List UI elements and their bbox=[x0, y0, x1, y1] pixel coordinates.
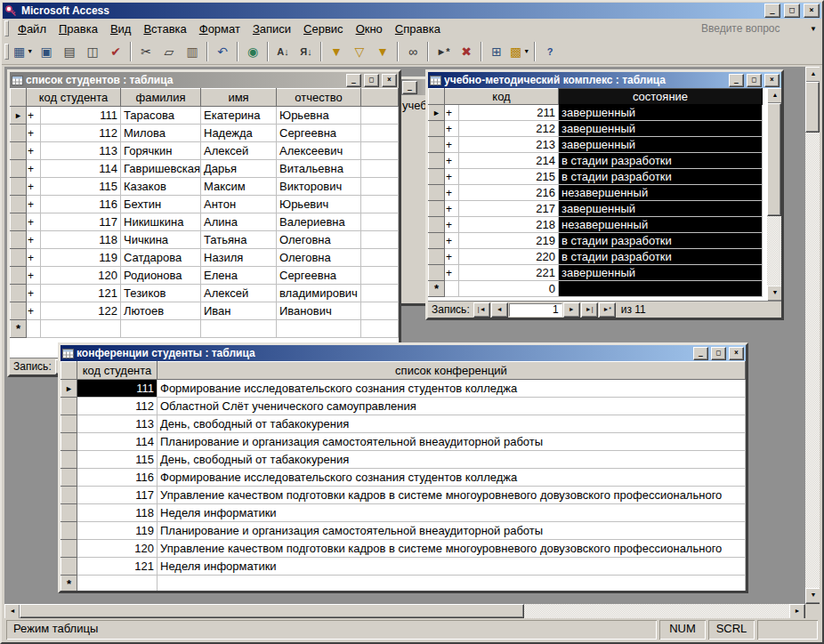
cell[interactable]: завершенный bbox=[559, 265, 763, 281]
spelling-button[interactable]: ✔ bbox=[104, 40, 127, 63]
apply-filter-button[interactable]: ▼ bbox=[371, 40, 394, 63]
cell[interactable]: в стадии разработки bbox=[559, 233, 763, 249]
cell[interactable]: Сергеевна bbox=[277, 125, 361, 142]
cell[interactable]: незавершенный bbox=[559, 185, 763, 201]
cell[interactable]: 119 bbox=[41, 249, 121, 267]
cell[interactable]: 0 bbox=[459, 281, 559, 297]
expand-toggle[interactable]: + bbox=[27, 249, 41, 267]
minimize-button[interactable]: _ bbox=[346, 74, 361, 87]
cell[interactable]: 220 bbox=[459, 249, 559, 265]
cell[interactable]: 216 bbox=[459, 185, 559, 201]
cell[interactable]: Иван bbox=[201, 302, 277, 320]
umk-vertical-scrollbar[interactable]: ▲ ▼ bbox=[767, 88, 781, 302]
row-selector[interactable] bbox=[429, 217, 445, 233]
expand-toggle[interactable]: + bbox=[445, 185, 459, 201]
cell[interactable]: Антон bbox=[201, 196, 277, 213]
cell[interactable]: 218 bbox=[459, 217, 559, 233]
expand-toggle[interactable]: + bbox=[27, 125, 41, 142]
cut-button[interactable]: ✂ bbox=[134, 40, 158, 63]
window-titlebar[interactable]: конференции студенты : таблица _ □ × bbox=[61, 345, 746, 361]
cell[interactable]: Максим bbox=[201, 178, 277, 196]
row-selector[interactable] bbox=[429, 185, 445, 201]
cell[interactable]: Никишкина bbox=[121, 213, 201, 231]
menu-item-7[interactable]: Окно bbox=[350, 20, 389, 37]
new-row-selector[interactable]: * bbox=[61, 576, 77, 592]
cell[interactable]: в стадии разработки bbox=[559, 169, 763, 185]
select-all-corner[interactable] bbox=[429, 89, 445, 105]
menu-item-5[interactable]: Записи bbox=[246, 20, 297, 37]
minimize-button[interactable]: _ bbox=[693, 347, 708, 360]
maximize-button[interactable]: □ bbox=[364, 74, 379, 87]
row-selector[interactable] bbox=[11, 142, 27, 160]
previous-record-button[interactable]: ◄ bbox=[491, 302, 508, 318]
scrollbar-thumb[interactable] bbox=[767, 103, 781, 216]
cell[interactable]: 214 bbox=[459, 153, 559, 169]
cell[interactable]: Милова bbox=[121, 125, 201, 142]
new-row-selector[interactable]: * bbox=[11, 320, 27, 338]
scrollbar-thumb[interactable] bbox=[20, 604, 524, 618]
cell[interactable]: Алина bbox=[201, 213, 277, 231]
column-header[interactable]: код студента bbox=[27, 89, 121, 107]
cell[interactable]: 118 bbox=[41, 231, 121, 249]
row-selector[interactable] bbox=[11, 196, 27, 213]
expand-toggle[interactable]: + bbox=[445, 265, 459, 281]
menu-item-1[interactable]: Правка bbox=[53, 20, 104, 37]
cell[interactable]: Валериевна bbox=[277, 213, 361, 231]
paste-button[interactable]: ▥ bbox=[181, 40, 204, 63]
expand-toggle[interactable]: + bbox=[27, 178, 41, 196]
cell[interactable]: Неделя информатики bbox=[158, 558, 746, 576]
cell[interactable]: 116 bbox=[77, 469, 158, 487]
print-button[interactable]: ▤ bbox=[58, 40, 81, 63]
close-button[interactable]: × bbox=[382, 74, 397, 87]
cell[interactable]: 119 bbox=[77, 522, 158, 540]
ask-question-box[interactable]: ▼ bbox=[699, 21, 820, 36]
column-header[interactable]: код студента bbox=[77, 362, 158, 380]
row-selector[interactable] bbox=[61, 522, 77, 540]
cell[interactable]: 114 bbox=[77, 433, 158, 451]
cell[interactable]: Областной Слёт ученического самоуправлен… bbox=[158, 398, 746, 415]
filter-by-selection-button[interactable]: ▼ bbox=[325, 40, 348, 63]
cell[interactable]: 112 bbox=[77, 398, 158, 415]
view-datasheet-button[interactable]: ▦▼ bbox=[12, 40, 35, 63]
cell[interactable]: Елена bbox=[201, 267, 277, 285]
menu-item-4[interactable]: Формат bbox=[193, 20, 246, 37]
print-preview-button[interactable]: ◫ bbox=[81, 40, 104, 63]
sort-ascending-button[interactable]: А↓ bbox=[271, 40, 295, 63]
row-selector[interactable] bbox=[61, 398, 77, 415]
cell[interactable]: 211 bbox=[459, 105, 559, 121]
app-titlebar[interactable]: Microsoft Access _ □ × bbox=[3, 3, 821, 19]
cell[interactable]: Витальевна bbox=[277, 160, 361, 178]
chevron-down-icon[interactable]: ▼ bbox=[810, 25, 817, 33]
cell[interactable]: Управление качеством подготовки кадров в… bbox=[158, 487, 746, 504]
row-selector[interactable] bbox=[61, 451, 77, 469]
filter-by-form-button[interactable]: ▽ bbox=[348, 40, 371, 63]
cell[interactable]: 217 bbox=[459, 201, 559, 217]
ask-question-input[interactable] bbox=[699, 21, 792, 36]
cell[interactable]: 112 bbox=[41, 125, 121, 142]
scroll-down-icon[interactable]: ▼ bbox=[767, 286, 781, 302]
first-record-button[interactable]: |◄ bbox=[473, 302, 490, 318]
row-selector[interactable] bbox=[429, 265, 445, 281]
minimize-button[interactable]: _ bbox=[729, 74, 744, 87]
cell[interactable]: Алексей bbox=[201, 285, 277, 302]
expand-toggle[interactable]: + bbox=[27, 302, 41, 320]
cell[interactable]: Иванович bbox=[277, 302, 361, 320]
new-row-selector[interactable]: * bbox=[429, 281, 445, 297]
row-selector[interactable] bbox=[11, 302, 27, 320]
cell[interactable]: Горячкин bbox=[121, 142, 201, 160]
cell[interactable]: 120 bbox=[77, 540, 158, 558]
expand-toggle[interactable]: + bbox=[445, 249, 459, 265]
expand-toggle[interactable]: + bbox=[27, 142, 41, 160]
cell[interactable]: Казаков bbox=[121, 178, 201, 196]
cell[interactable]: Викторович bbox=[277, 178, 361, 196]
last-record-button[interactable]: ►| bbox=[581, 302, 598, 318]
row-selector[interactable] bbox=[11, 160, 27, 178]
expand-toggle[interactable]: + bbox=[445, 153, 459, 169]
close-button[interactable]: × bbox=[804, 4, 820, 18]
row-selector[interactable] bbox=[11, 125, 27, 142]
column-header[interactable]: код bbox=[445, 89, 559, 105]
row-selector[interactable] bbox=[429, 201, 445, 217]
close-button[interactable]: × bbox=[729, 347, 744, 360]
row-selector[interactable] bbox=[11, 231, 27, 249]
cell[interactable]: 120 bbox=[41, 267, 121, 285]
